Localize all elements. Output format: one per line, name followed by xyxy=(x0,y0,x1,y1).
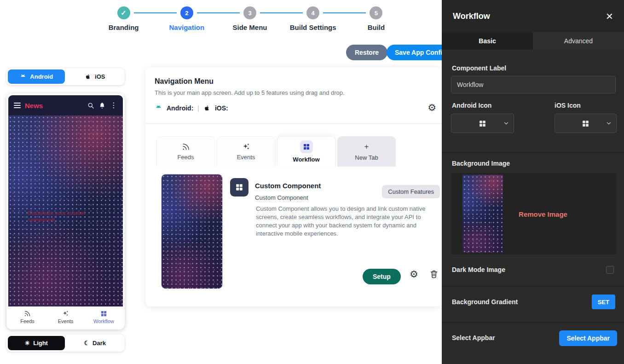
step-circle: 3 xyxy=(243,6,256,19)
divider xyxy=(442,152,624,152)
setup-button[interactable]: Setup xyxy=(363,269,401,284)
ios-label: iOS: xyxy=(215,104,228,112)
app-root: ✓ Branding 2 Navigation 3 Side Menu 4 Bu… xyxy=(0,0,624,364)
tab-feeds[interactable]: Feeds xyxy=(156,136,215,167)
step-label: Navigation xyxy=(169,23,204,31)
platform-ios-label: iOS xyxy=(95,73,105,80)
card-subtitle: This is your main app screen. Add up to … xyxy=(155,89,345,96)
phone-background-image: Customize your custom component xyxy=(8,116,123,306)
moon-icon: ☾ xyxy=(84,340,89,347)
phone-tab-feeds[interactable]: Feeds xyxy=(8,306,46,328)
android-icon xyxy=(19,73,27,81)
ios-icon-label: iOS Icon xyxy=(555,102,581,109)
search-icon xyxy=(87,102,94,109)
theme-dark-button[interactable]: ☾ Dark xyxy=(67,336,124,350)
stepper-step-navigation[interactable]: 2 Navigation xyxy=(155,6,218,31)
theme-toggle: ☀ Light ☾ Dark xyxy=(6,335,125,352)
phone-tab-bar: Feeds Events Workflow xyxy=(8,306,123,328)
step-label: Branding xyxy=(109,23,139,31)
dark-mode-image-checkbox[interactable] xyxy=(606,266,614,274)
theme-light-button[interactable]: ☀ Light xyxy=(8,336,65,350)
stepper-step-build-settings[interactable]: 4 Build Settings xyxy=(282,6,345,31)
android-icon-select[interactable] xyxy=(451,114,514,133)
phone-app-title: News xyxy=(25,102,43,110)
tab-basic[interactable]: Basic xyxy=(442,32,533,50)
tab-workflow[interactable]: Workflow xyxy=(277,136,335,167)
android-icon xyxy=(155,104,162,112)
tab-label: Feeds xyxy=(177,154,194,161)
stepper-step-branding[interactable]: ✓ Branding xyxy=(92,6,155,31)
component-label-input[interactable] xyxy=(451,76,616,93)
panel-title: Workflow xyxy=(453,12,490,21)
ios-icon-select[interactable] xyxy=(555,114,617,133)
theme-light-label: Light xyxy=(33,340,48,347)
sparkle-icon xyxy=(242,143,250,151)
tab-new-tab[interactable]: + New Tab xyxy=(337,136,396,167)
grid-icon xyxy=(300,140,313,153)
step-circle: 2 xyxy=(180,6,193,19)
menu-icon xyxy=(14,103,21,108)
android-label: Android: xyxy=(167,104,193,112)
stepper-step-side-menu[interactable]: 3 Side Menu xyxy=(218,6,281,31)
stepper: ✓ Branding 2 Navigation 3 Side Menu 4 Bu… xyxy=(92,6,408,31)
sparkle-icon xyxy=(62,310,69,317)
apple-icon xyxy=(203,104,211,112)
rss-icon xyxy=(182,143,190,151)
workflow-settings-panel: Workflow × Basic Advanced Component Labe… xyxy=(442,0,624,364)
navigation-menu-card: Navigation Menu This is your main app sc… xyxy=(145,67,443,306)
phone-tab-workflow[interactable]: Workflow xyxy=(85,306,123,328)
phone-preview: News ⋮ Customize your custom component F… xyxy=(6,93,125,329)
platform-icons-row: Android: | iOS: xyxy=(155,104,228,112)
phone-tab-label: Workflow xyxy=(93,318,114,324)
component-label-label: Component Label xyxy=(452,64,506,72)
apple-icon xyxy=(85,73,92,80)
platform-toggle: Android iOS xyxy=(6,68,125,85)
chevron-down-icon xyxy=(503,120,509,127)
background-gradient-label: Background Gradient xyxy=(452,298,518,306)
step-circle: 5 xyxy=(370,6,382,19)
delete-component-trash-icon[interactable] xyxy=(429,270,439,279)
dark-mode-image-label: Dark Mode Image xyxy=(452,266,505,273)
platform-ios-button[interactable]: iOS xyxy=(67,69,124,84)
restore-button[interactable]: Restore xyxy=(346,45,387,60)
phone-tab-label: Events xyxy=(58,318,74,324)
theme-dark-label: Dark xyxy=(92,340,106,347)
tab-advanced[interactable]: Advanced xyxy=(533,32,624,50)
component-title: Custom Component xyxy=(255,182,321,190)
step-label: Side Menu xyxy=(233,23,267,31)
plus-icon: + xyxy=(364,142,369,151)
grid-icon xyxy=(582,120,589,127)
tab-events[interactable]: Events xyxy=(217,136,275,167)
phone-overlay-text: Customize your custom component xyxy=(28,210,88,223)
panel-tabs: Basic Advanced xyxy=(442,32,624,50)
platform-android-button[interactable]: Android xyxy=(8,69,65,84)
grid-icon xyxy=(479,120,486,127)
sun-icon: ☀ xyxy=(25,340,30,347)
grid-icon xyxy=(100,310,107,317)
select-appbar-label: Select Appbar xyxy=(452,334,495,341)
chevron-down-icon xyxy=(606,120,612,127)
platform-android-label: Android xyxy=(30,73,53,80)
set-gradient-button[interactable]: SET xyxy=(592,295,615,309)
feature-tabs: Feeds Events Workflow + New Tab xyxy=(156,136,396,167)
step-circle: 4 xyxy=(306,6,319,19)
phone-tab-events[interactable]: Events xyxy=(46,306,85,328)
tab-label: New Tab xyxy=(355,154,378,161)
background-image-label: Background Image xyxy=(452,160,510,167)
step-label: Build Settings xyxy=(290,23,336,31)
custom-features-badge: Custom Features xyxy=(382,185,440,198)
step-label: Build xyxy=(368,23,385,31)
nav-settings-gear-icon[interactable]: ⚙ xyxy=(428,102,436,113)
card-title: Navigation Menu xyxy=(155,77,214,86)
close-icon[interactable]: × xyxy=(606,10,613,22)
component-settings-gear-icon[interactable]: ⚙ xyxy=(410,269,418,280)
phone-appbar: News ⋮ xyxy=(8,95,123,116)
remove-image-button[interactable]: Remove Image xyxy=(497,210,589,218)
step-circle: ✓ xyxy=(117,6,130,19)
component-subtitle: Custom Component xyxy=(255,194,308,201)
component-description: Custom Component allows you to design an… xyxy=(256,205,437,238)
android-icon-label: Android Icon xyxy=(452,102,491,109)
stepper-step-build[interactable]: 5 Build xyxy=(345,6,408,31)
tab-label: Workflow xyxy=(293,156,319,163)
select-appbar-button[interactable]: Select Appbar xyxy=(559,330,617,346)
